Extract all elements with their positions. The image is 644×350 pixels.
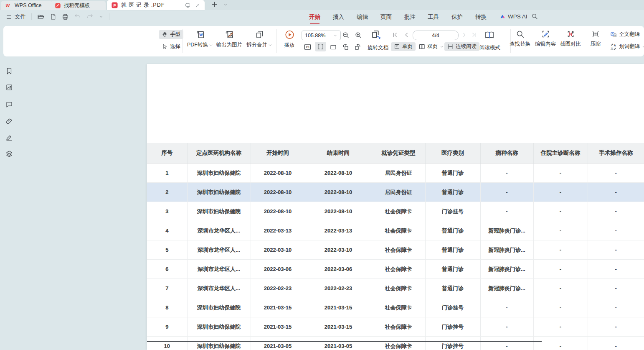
rotate-document-label[interactable]: 旋转文档 bbox=[368, 44, 388, 51]
file-menu-button[interactable]: 文件 bbox=[6, 13, 26, 20]
tab-wps-office[interactable]: W WPS Office bbox=[1, 1, 52, 10]
table-cell: 门诊挂号 bbox=[425, 202, 480, 221]
table-cell: - bbox=[533, 279, 588, 298]
bookmark-panel-icon[interactable] bbox=[5, 67, 13, 75]
table-row: 1深圳市妇幼保健院2022-08-102022-08-10居民身份证普通门诊--… bbox=[147, 164, 644, 183]
menu-edit[interactable]: 编辑 bbox=[357, 13, 368, 21]
document-title: 就 医 记 录 .PDF bbox=[121, 2, 165, 9]
table-cell: - bbox=[588, 221, 644, 240]
table-cell: 社会保障卡 bbox=[372, 337, 425, 350]
rotate-right-icon[interactable] bbox=[354, 43, 362, 51]
menu-convert[interactable]: 转换 bbox=[475, 13, 487, 21]
undo-icon[interactable] bbox=[74, 13, 81, 20]
quick-access-chevron-icon[interactable] bbox=[99, 14, 104, 19]
table-cell: 新冠肺炎门诊... bbox=[480, 240, 533, 260]
last-page-icon[interactable] bbox=[471, 32, 477, 38]
table-cell: 社会保障卡 bbox=[372, 260, 425, 279]
wps-ai-logo-icon bbox=[499, 13, 506, 20]
screenshot-compare-button[interactable]: 截图对比 bbox=[560, 30, 581, 48]
full-translate-icon: A字 bbox=[610, 31, 617, 38]
table-cell: 社会保障卡 bbox=[372, 240, 425, 260]
play-button[interactable]: 播放 bbox=[284, 30, 295, 49]
table-cell: 2021-03-05 bbox=[251, 337, 305, 350]
table-cell: - bbox=[588, 202, 644, 221]
pdf-page[interactable]: 序号定点医药机构名称开始时间结束时间就诊凭证类型医疗类别病种名称住院主诊断名称手… bbox=[147, 64, 644, 350]
redo-icon[interactable] bbox=[86, 13, 93, 20]
export-image-button[interactable]: 输出为图片 bbox=[216, 30, 243, 49]
single-page-button[interactable]: 单页 bbox=[391, 42, 416, 51]
hamburger-icon bbox=[6, 14, 12, 20]
menu-insert[interactable]: 插入 bbox=[333, 13, 344, 21]
select-tool-button[interactable]: 选择 bbox=[159, 42, 183, 51]
table-cell: 2022-08-10 bbox=[305, 202, 372, 221]
open-folder-icon[interactable] bbox=[37, 13, 44, 20]
divider bbox=[31, 13, 32, 20]
table-cell: 普通门诊 bbox=[425, 260, 480, 279]
menu-wps-ai[interactable]: WPS AI bbox=[499, 13, 527, 20]
titlebar: W WPS Office 找稻壳模板 P 就 医 记 录 .PDF bbox=[0, 0, 644, 10]
close-tab-icon[interactable] bbox=[195, 3, 200, 8]
table-cell: 普通门诊 bbox=[425, 164, 480, 183]
compress-label: 压缩 bbox=[591, 41, 601, 48]
tab-list-chevron-icon[interactable] bbox=[223, 2, 228, 7]
next-page-icon[interactable] bbox=[461, 32, 467, 38]
menu-comment[interactable]: 批注 bbox=[404, 13, 416, 21]
table-cell: - bbox=[588, 240, 644, 260]
double-page-button[interactable]: 双页 bbox=[416, 42, 447, 51]
signature-panel-icon[interactable] bbox=[5, 134, 13, 141]
layers-panel-icon[interactable] bbox=[5, 150, 13, 158]
previous-page-icon[interactable] bbox=[403, 32, 410, 38]
menu-home[interactable]: 开始 bbox=[309, 13, 320, 21]
word-translate-button[interactable]: 文A 划词翻译 bbox=[607, 42, 644, 51]
table-bottom-border bbox=[147, 341, 542, 342]
thumbnail-panel-icon[interactable] bbox=[5, 84, 13, 91]
page-number-input[interactable] bbox=[413, 31, 459, 40]
rotate-left-icon[interactable] bbox=[342, 43, 350, 51]
actual-size-icon[interactable]: 1:1 bbox=[304, 43, 312, 51]
divider bbox=[276, 29, 277, 53]
first-page-icon[interactable] bbox=[392, 32, 398, 38]
fit-page-icon[interactable] bbox=[330, 43, 337, 51]
attachment-panel-icon[interactable] bbox=[5, 118, 13, 125]
save-icon[interactable] bbox=[50, 13, 56, 20]
rotate-document-icon[interactable] bbox=[371, 30, 381, 40]
hand-tool-button[interactable]: 手型 bbox=[159, 30, 183, 39]
zoom-in-icon[interactable] bbox=[355, 31, 362, 39]
menu-page[interactable]: 页面 bbox=[380, 13, 392, 21]
pdf-convert-button[interactable]: W PDF转换 bbox=[187, 30, 213, 49]
new-tab-plus-icon[interactable] bbox=[211, 1, 218, 8]
table-cell: 深圳市妇幼保健院 bbox=[187, 337, 251, 350]
edit-content-button[interactable]: 编辑内容 bbox=[535, 30, 556, 48]
continuous-reading-button[interactable]: 连续阅读 bbox=[444, 42, 479, 51]
table-cell: 门诊挂号 bbox=[425, 317, 480, 337]
table-cell: 2022-02-23 bbox=[305, 279, 372, 298]
tab-docer-templates[interactable]: 找稻壳模板 bbox=[51, 1, 106, 10]
compress-button[interactable]: 压缩 bbox=[591, 30, 601, 48]
fit-width-button[interactable] bbox=[315, 42, 326, 51]
table-cell: 2022-03-13 bbox=[251, 221, 305, 240]
table-cell: - bbox=[588, 298, 644, 317]
comment-panel-icon[interactable] bbox=[5, 101, 13, 108]
menu-tools[interactable]: 工具 bbox=[428, 13, 439, 21]
monitor-icon[interactable] bbox=[185, 2, 191, 8]
zoom-level-dropdown[interactable]: 105.88% bbox=[302, 31, 341, 40]
read-mode-icon[interactable] bbox=[484, 30, 494, 40]
table-cell: 2021-03-15 bbox=[305, 317, 372, 337]
compress-icon bbox=[591, 30, 600, 38]
menubar-search-icon[interactable] bbox=[531, 13, 538, 20]
find-replace-button[interactable]: 查找替换 bbox=[510, 30, 530, 48]
zoom-out-icon[interactable] bbox=[342, 31, 350, 39]
full-translate-button[interactable]: A字 全文翻译 bbox=[607, 30, 643, 39]
tab-document-pdf[interactable]: P 就 医 记 录 .PDF bbox=[107, 0, 205, 10]
menu-protect[interactable]: 保护 bbox=[451, 13, 463, 21]
print-icon[interactable] bbox=[62, 13, 69, 20]
docer-logo-icon bbox=[55, 3, 61, 9]
split-merge-button[interactable]: 拆分合并 bbox=[246, 30, 272, 49]
screenshot-compare-icon bbox=[566, 30, 575, 38]
table-row: 8深圳市妇幼保健院2021-03-152021-03-15社会保障卡门诊挂号--… bbox=[147, 298, 644, 317]
chevron-down-icon bbox=[268, 43, 272, 47]
play-icon bbox=[284, 30, 294, 40]
chevron-down-icon bbox=[209, 43, 213, 47]
read-mode-label[interactable]: 阅读模式 bbox=[479, 44, 500, 51]
table-cell: 4 bbox=[147, 221, 187, 240]
